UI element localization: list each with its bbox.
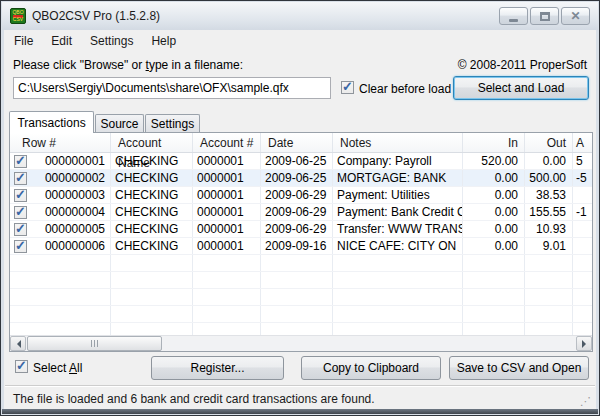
tab-source[interactable]: Source	[95, 114, 144, 133]
tab-settings[interactable]: Settings	[145, 114, 200, 133]
table-row[interactable]: 000000006 CHECKING 0000001 2009-09-16 NI…	[10, 238, 592, 255]
col-amount-clipped[interactable]: A	[573, 133, 592, 152]
table-header: Row # Account Name Account # Date Notes …	[10, 133, 592, 153]
app-icon: QBO CSV	[10, 8, 26, 24]
maximize-button[interactable]	[530, 7, 559, 25]
col-date[interactable]: Date	[261, 133, 333, 152]
copy-to-clipboard-button[interactable]: Copy to Clipboard	[301, 356, 441, 380]
maximize-icon	[540, 12, 550, 21]
menu-bar: File Edit Settings Help	[5, 30, 595, 52]
select-and-load-button[interactable]: Select and Load	[453, 76, 589, 100]
select-all-label: Select All	[33, 361, 82, 375]
menu-settings[interactable]: Settings	[81, 31, 142, 51]
app-window: QBO CSV QBO2CSV Pro (1.5.2.8) ✕ File Edi…	[0, 0, 600, 416]
copyright-text: © 2008-2011 ProperSoft	[458, 58, 587, 72]
table-row[interactable]: 000000002 CHECKING 0000001 2009-06-25 MO…	[10, 170, 592, 187]
table-row[interactable]: 000000005 CHECKING 0000001 2009-06-29 Tr…	[10, 221, 592, 238]
row-checkbox[interactable]	[14, 189, 27, 202]
scrollbar-thumb[interactable]	[27, 336, 162, 351]
transactions-panel: Row # Account Name Account # Date Notes …	[9, 132, 593, 352]
col-out[interactable]: Out	[525, 133, 573, 152]
table-row[interactable]: 000000004 CHECKING 0000001 2009-06-29 Pa…	[10, 204, 592, 221]
title-bar[interactable]: QBO CSV QBO2CSV Pro (1.5.2.8) ✕	[2, 2, 598, 30]
clear-before-load-checkbox[interactable]	[341, 81, 354, 94]
row-checkbox[interactable]	[14, 172, 27, 185]
save-to-csv-button[interactable]: Save to CSV and Open	[449, 356, 589, 380]
resize-grip-icon[interactable]: ⋰	[580, 396, 591, 406]
filename-input[interactable]	[13, 77, 331, 99]
status-bar: The file is loaded and 6 bank and credit…	[5, 385, 595, 411]
close-icon: ✕	[570, 10, 580, 22]
horizontal-scrollbar[interactable]	[10, 335, 592, 351]
table-row[interactable]: 000000003 CHECKING 0000001 2009-06-29 Pa…	[10, 187, 592, 204]
col-account-number[interactable]: Account #	[193, 133, 261, 152]
select-all-checkbox[interactable]	[15, 360, 28, 373]
register-button[interactable]: Register...	[151, 356, 284, 380]
empty-row	[10, 289, 592, 306]
menu-edit[interactable]: Edit	[42, 31, 81, 51]
minimize-button[interactable]	[499, 7, 528, 25]
scroll-right-icon	[582, 340, 590, 348]
row-checkbox[interactable]	[14, 206, 27, 219]
scroll-left-icon	[13, 340, 21, 348]
row-checkbox[interactable]	[14, 223, 27, 236]
empty-row	[10, 255, 592, 272]
scrollbar-track[interactable]	[162, 336, 576, 351]
scroll-left-button[interactable]	[10, 336, 26, 351]
window-bottom-frame	[2, 409, 598, 414]
col-in[interactable]: In	[463, 133, 525, 152]
minimize-icon	[509, 19, 518, 22]
tab-transactions[interactable]: Transactions	[9, 111, 94, 133]
menu-file[interactable]: File	[5, 31, 42, 51]
empty-row	[10, 306, 592, 323]
clear-before-load-label: Clear before load	[359, 82, 451, 96]
filename-label: Please click "Browse" or type in a filen…	[13, 58, 243, 72]
empty-row	[10, 272, 592, 289]
menu-help[interactable]: Help	[142, 31, 185, 51]
row-checkbox[interactable]	[14, 155, 27, 168]
close-button[interactable]: ✕	[561, 7, 590, 25]
status-text: The file is loaded and 6 bank and credit…	[5, 392, 375, 406]
scroll-right-button[interactable]	[576, 336, 592, 351]
col-row-number[interactable]: Row #	[10, 133, 111, 152]
row-checkbox[interactable]	[14, 240, 27, 253]
col-account-name[interactable]: Account Name	[111, 133, 193, 152]
table-row[interactable]: 000000001 CHECKING 0000001 2009-06-25 Co…	[10, 153, 592, 170]
col-notes[interactable]: Notes	[333, 133, 463, 152]
window-title: QBO2CSV Pro (1.5.2.8)	[32, 9, 499, 23]
